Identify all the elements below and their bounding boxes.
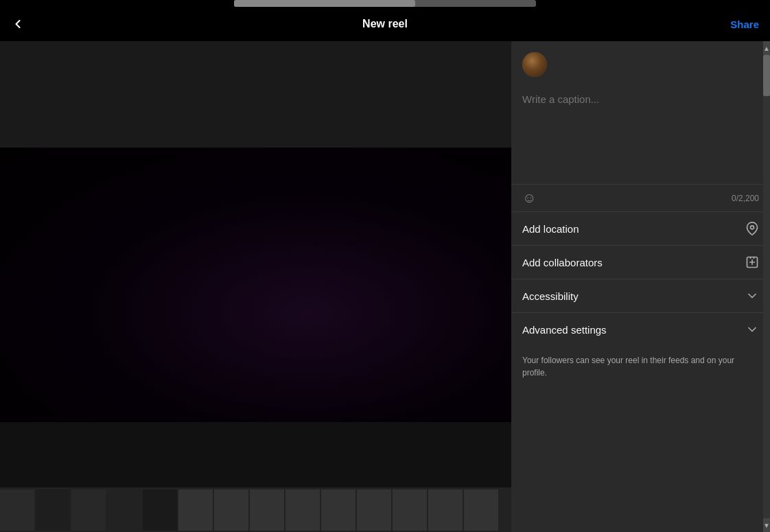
video-main-area	[0, 148, 511, 422]
add-collaborators-label: Add collaborators	[522, 257, 603, 268]
accessibility-item[interactable]: Accessibility	[511, 279, 770, 312]
char-count: 0/2,200	[732, 194, 759, 203]
advanced-settings-item[interactable]: Advanced settings	[511, 312, 770, 346]
video-panel: Tag people	[0, 41, 511, 532]
thumbnail-9	[285, 489, 320, 531]
advanced-settings-label: Advanced settings	[522, 324, 607, 336]
accessibility-label: Accessibility	[522, 290, 579, 302]
thumbnail-strip	[0, 487, 511, 532]
thumbnail-5	[143, 489, 177, 531]
person-add-icon	[745, 255, 759, 269]
thumbnail-11	[357, 489, 391, 531]
add-location-label: Add location	[522, 223, 579, 235]
progress-bar-container	[234, 0, 536, 7]
scroll-thumb[interactable]	[763, 55, 770, 96]
video-top-area	[0, 41, 511, 148]
location-pin-icon	[745, 222, 759, 235]
thumbnail-6	[178, 489, 213, 531]
progress-bar-fill	[234, 0, 415, 7]
video-overlay	[0, 148, 511, 422]
header: New reel Share	[0, 7, 770, 41]
right-panel[interactable]: ▲ ▼ ☺ 0/2,200 Add location	[511, 41, 770, 532]
share-button[interactable]: Share	[730, 19, 759, 30]
scroll-track	[763, 55, 770, 518]
thumbnail-2	[36, 489, 70, 531]
avatar-image	[522, 52, 547, 77]
thumbnail-4	[107, 489, 141, 531]
add-location-item[interactable]: Add location	[511, 211, 770, 245]
thumbnail-14	[464, 489, 498, 531]
thumbnail-3	[71, 489, 106, 531]
back-button[interactable]	[11, 17, 25, 31]
thumbnail-1	[0, 489, 34, 531]
emoji-button[interactable]: ☺	[522, 190, 536, 206]
svg-point-1	[751, 226, 754, 229]
thumbnail-13	[428, 489, 463, 531]
add-collaborators-item[interactable]: Add collaborators	[511, 245, 770, 279]
page-title: New reel	[362, 18, 408, 30]
advanced-settings-chevron-icon	[745, 323, 759, 336]
accessibility-chevron-icon	[745, 289, 759, 303]
footer-note-text: Your followers can see your reel in thei…	[522, 356, 734, 378]
thumbnail-12	[393, 489, 427, 531]
scroll-down-button[interactable]: ▼	[763, 518, 770, 532]
caption-input[interactable]	[522, 93, 759, 152]
caption-area	[511, 88, 770, 184]
avatar	[522, 52, 547, 77]
scroll-up-button[interactable]: ▲	[763, 41, 770, 55]
emoji-row: ☺ 0/2,200	[511, 184, 770, 211]
thumbnail-8	[250, 489, 284, 531]
main-content: Tag people ▲ ▼	[0, 41, 770, 532]
avatar-row	[511, 41, 770, 88]
thumbnail-10	[321, 489, 355, 531]
footer-note: Your followers can see your reel in thei…	[511, 346, 770, 387]
thumbnail-7	[214, 489, 248, 531]
